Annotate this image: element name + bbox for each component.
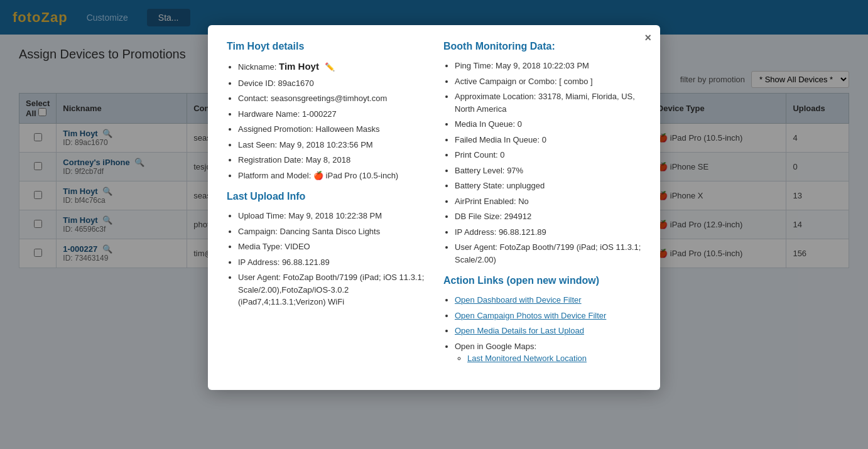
modal-actions-title: Action Links (open new window) [443,275,641,281]
modal-close-button[interactable]: × [644,31,651,45]
modal-details-title: Tim Hoyt details [227,41,425,52]
upload-user-agent: User Agent: FotoZap Booth/7199 (iPad; iO… [238,271,425,281]
modal-upload-list: Upload Time: May 9, 2018 10:22:38 PM Cam… [227,210,425,281]
modal-upload-title: Last Upload Info [227,191,425,202]
upload-campaign: Campaign: Dancing Santa Disco Lights [238,225,425,238]
detail-platform: Platform and Model: 🍎 iPad Pro (10.5-inc… [238,170,425,182]
modal: × Tim Hoyt details Nickname: Tim Hoyt ✏️… [208,25,660,281]
booth-db-size: DB File Size: 294912 [455,210,641,223]
booth-media-queue: Media In Queue: 0 [455,118,641,131]
booth-print-count: Print Count: 0 [455,149,641,161]
detail-contact: Contact: seasonsgreetings@timhoyt.com [238,92,425,105]
booth-battery-state: Battery State: unplugged [455,180,641,192]
upload-media-type: Media Type: VIDEO [238,241,425,253]
booth-ping: Ping Time: May 9, 2018 10:22:03 PM [455,60,641,72]
detail-reg-date: Registration Date: May 8, 2018 [238,154,425,166]
booth-battery-level: Battery Level: 97% [455,165,641,177]
upload-time: Upload Time: May 9, 2018 10:22:38 PM [238,210,425,222]
modal-right-col: Booth Monitoring Data: Ping Time: May 9,… [443,41,641,281]
modal-booth-list: Ping Time: May 9, 2018 10:22:03 PM Activ… [443,60,641,266]
nickname-value: Tim Hoyt [279,61,319,72]
modal-overlay[interactable]: × Tim Hoyt details Nickname: Tim Hoyt ✏️… [0,0,868,281]
booth-user-agent: User Agent: FotoZap Booth/7199 (iPad; iO… [455,241,641,266]
modal-details-list: Nickname: Tim Hoyt ✏️ Device ID: 89ac167… [227,60,425,181]
detail-promotion: Assigned Promotion: Halloween Masks [238,123,425,136]
modal-booth-title: Booth Monitoring Data: [443,41,641,52]
booth-ip: IP Address: 96.88.121.89 [455,226,641,239]
detail-device-id: Device ID: 89ac1670 [238,77,425,90]
upload-ip: IP Address: 96.88.121.89 [238,256,425,269]
modal-left-col: Tim Hoyt details Nickname: Tim Hoyt ✏️ D… [227,41,425,281]
detail-hardware: Hardware Name: 1-000227 [238,108,425,121]
booth-airprint: AirPrint Enabled: No [455,195,641,208]
modal-columns: Tim Hoyt details Nickname: Tim Hoyt ✏️ D… [227,41,641,281]
edit-nickname-icon[interactable]: ✏️ [325,62,335,72]
detail-nickname: Nickname: Tim Hoyt ✏️ [238,60,425,74]
booth-location: Approximate Location: 33178, Miami, Flor… [455,90,641,115]
detail-last-seen: Last Seen: May 9, 2018 10:23:56 PM [238,139,425,151]
booth-failed-queue: Failed Media In Queue: 0 [455,134,641,146]
booth-campaign: Active Campaign or Combo: [ combo ] [455,75,641,88]
